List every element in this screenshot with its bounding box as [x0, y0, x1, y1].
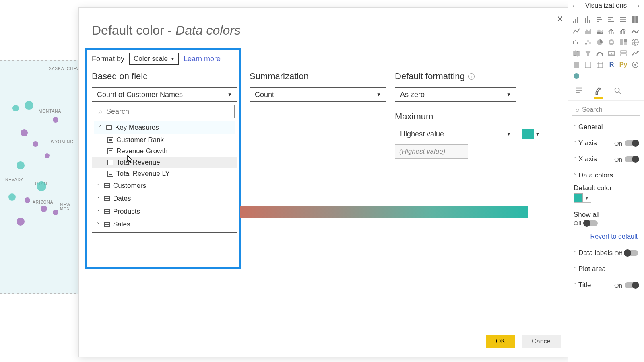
format-data-labels[interactable]: ˅Data labels Off	[568, 245, 644, 261]
format-search-placeholder: Search	[582, 106, 603, 113]
scatter-icon[interactable]	[584, 38, 592, 47]
close-icon[interactable]: ✕	[554, 13, 566, 25]
chevron-down-icon: ˅	[574, 125, 576, 130]
matrix-icon[interactable]	[595, 60, 604, 69]
summarization-select[interactable]: Count ▼	[250, 87, 386, 102]
clustered-bar-icon[interactable]	[595, 15, 604, 24]
conditional-formatting-dialog: ✕ Default color - Data colors Format by …	[78, 7, 572, 357]
field-group-label: Customers	[113, 182, 146, 190]
field-item-total-revenue[interactable]: Total Revenue	[92, 157, 237, 168]
format-x-axis[interactable]: ˅X axis On	[568, 151, 644, 167]
map-visualization: SASKATCHEWAN MONTANA WYOMING NEVADA UTAH…	[0, 60, 80, 294]
line-clustered-column-icon[interactable]	[619, 27, 628, 35]
field-item-customer-rank[interactable]: Customer Rank	[92, 134, 237, 146]
multi-row-card-icon[interactable]	[619, 49, 628, 58]
field-item-revenue-growth[interactable]: Revenue Growth	[92, 146, 237, 157]
field-group-key-measures[interactable]: ˄ Key Measures	[94, 121, 235, 134]
svg-rect-11	[608, 21, 614, 22]
pie-icon[interactable]	[595, 38, 604, 47]
clustered-column-icon[interactable]	[607, 15, 616, 24]
toggle-switch[interactable]	[625, 140, 638, 146]
donut-icon[interactable]	[607, 38, 616, 47]
area-chart-icon[interactable]	[584, 27, 592, 35]
more-visuals-icon[interactable]: ···	[584, 72, 592, 80]
field-group-dates[interactable]: ˅ Dates	[92, 192, 237, 205]
maximum-color-picker[interactable]: ▼	[520, 127, 541, 141]
svg-rect-5	[589, 20, 590, 23]
format-title[interactable]: ˅Title On	[568, 277, 644, 293]
format-tab[interactable]	[594, 86, 603, 99]
globe-icon[interactable]	[572, 72, 581, 80]
svg-rect-36	[624, 42, 627, 45]
svg-point-30	[589, 42, 591, 44]
field-picker-list[interactable]: ˄ Key Measures Customer Rank Revenue Gro…	[92, 121, 237, 232]
chevron-down-icon: ▼	[506, 131, 511, 137]
filled-map-icon[interactable]	[572, 49, 581, 58]
stacked-bar-icon[interactable]	[572, 15, 581, 24]
toggle-switch[interactable]	[584, 220, 598, 226]
table-icon[interactable]	[584, 60, 592, 69]
field-group-sales[interactable]: ˅ Sales	[92, 218, 237, 231]
format-general[interactable]: ˅General	[568, 119, 644, 135]
based-on-field-select[interactable]: Count of Customer Names ▼	[92, 87, 237, 102]
field-picker-search-input[interactable]	[105, 107, 231, 116]
format-by-select[interactable]: Color scale ▼	[129, 53, 179, 65]
stacked-column-icon[interactable]	[584, 15, 592, 24]
waterfall-icon[interactable]	[572, 38, 581, 47]
revert-to-default-link[interactable]: Revert to default	[568, 230, 644, 245]
python-visual-icon[interactable]: Py	[619, 60, 628, 69]
hundred-stacked-column-icon[interactable]	[631, 15, 640, 24]
line-chart-icon[interactable]	[572, 27, 581, 35]
table-icon	[104, 183, 110, 188]
format-search[interactable]: ⌕ Search	[572, 104, 640, 116]
ribbon-chart-icon[interactable]	[631, 27, 640, 35]
field-group-products[interactable]: ˅ Products	[92, 205, 237, 218]
chevron-down-icon: ˅	[574, 267, 576, 272]
chevron-left-icon[interactable]: ‹	[570, 2, 577, 9]
table-icon	[104, 222, 110, 227]
analytics-tab[interactable]	[613, 86, 622, 99]
chevron-down-icon: ˅	[574, 157, 576, 162]
svg-rect-13	[620, 19, 626, 20]
fields-tab[interactable]	[574, 86, 583, 99]
kpi-icon[interactable]	[631, 49, 640, 58]
format-data-colors[interactable]: ˄Data colors	[568, 167, 644, 183]
svg-rect-15	[632, 16, 634, 23]
format-default-color-picker[interactable]: ▼	[568, 193, 644, 207]
chevron-down-icon: ▼	[534, 127, 541, 141]
stacked-area-icon[interactable]	[595, 27, 604, 35]
default-formatting-select[interactable]: As zero ▼	[395, 87, 516, 102]
maximum-select[interactable]: Highest value ▼	[395, 127, 516, 141]
dialog-buttons: OK Cancel	[486, 335, 561, 348]
r-visual-icon[interactable]: R	[607, 60, 616, 69]
format-y-axis[interactable]: ˅Y axis On	[568, 135, 644, 151]
card-icon[interactable]: 123	[607, 49, 616, 58]
slicer-icon[interactable]	[572, 60, 581, 69]
toggle-switch[interactable]	[625, 156, 638, 162]
svg-rect-3	[585, 18, 586, 23]
cancel-button[interactable]: Cancel	[522, 335, 561, 348]
ok-button[interactable]: OK	[486, 335, 515, 348]
toggle-switch[interactable]	[625, 250, 638, 256]
format-show-all-toggle[interactable]: Off	[568, 220, 644, 230]
info-icon[interactable]: i	[468, 73, 475, 80]
hundred-stacked-bar-icon[interactable]	[619, 15, 628, 24]
funnel-icon[interactable]	[584, 49, 592, 58]
field-picker-search[interactable]: ⌕	[95, 105, 235, 118]
learn-more-link[interactable]: Learn more	[184, 55, 221, 63]
toggle-switch[interactable]	[625, 282, 638, 288]
gauge-icon[interactable]	[595, 49, 604, 58]
format-show-all-label: Show all	[568, 207, 644, 220]
field-item-total-revenue-ly[interactable]: Total Revenue LY	[92, 168, 237, 179]
format-plot-area[interactable]: ˅Plot area	[568, 261, 644, 277]
field-group-customers[interactable]: ˅ Customers	[92, 179, 237, 192]
line-stacked-column-icon[interactable]	[607, 27, 616, 35]
maximum-value-input[interactable]: (Highest value)	[395, 144, 468, 159]
map-icon[interactable]	[631, 38, 640, 47]
color-gradient-preview	[240, 206, 528, 218]
maximum-label: Maximum	[395, 111, 433, 122]
arcgis-icon[interactable]	[631, 60, 640, 69]
chevron-right-icon[interactable]: ›	[635, 2, 642, 9]
svg-rect-35	[624, 39, 627, 42]
treemap-icon[interactable]	[619, 38, 628, 47]
